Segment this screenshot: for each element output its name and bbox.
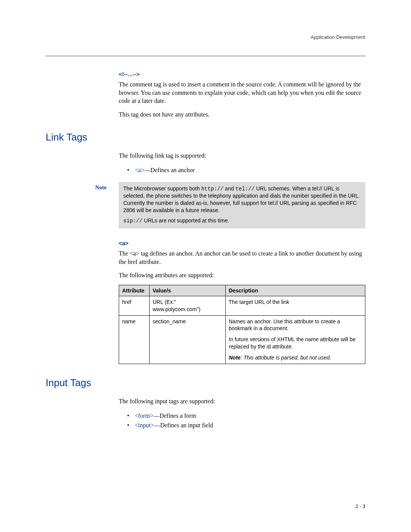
a-desc-p2: The following attributes are supported:	[119, 271, 365, 280]
header-divider	[46, 56, 365, 56]
note-p2-rest: URLs are not supported at this time.	[142, 217, 229, 224]
desc-name-text1: Names an anchor. Use this attribute to c…	[229, 318, 362, 332]
input-tags-bullet-input: <input>—Defines an input field	[127, 420, 365, 430]
note-http-scheme: http://	[201, 186, 224, 192]
desc-name-note-label: Note	[229, 355, 241, 361]
th-attribute: Attribute	[119, 285, 150, 296]
input-tag-desc: —Defines an input field	[154, 422, 213, 428]
cell-value-href: URL (Ex:" www.polycom.com")	[150, 296, 226, 315]
cell-attr-name: name	[119, 315, 150, 364]
input-tag-link[interactable]: <input>	[135, 422, 154, 428]
note-sip-scheme: sip://	[123, 218, 142, 224]
input-tags-bullet-form: <form>—Defines a form	[127, 411, 365, 421]
a-desc-p1: The <a> tag defines an anchor. An anchor…	[119, 249, 365, 266]
input-tags-intro: The following input tags are supported:	[119, 397, 365, 406]
link-tags-bullet-a: <a>—Defines an anchor	[127, 165, 365, 175]
note-block: Note The Microbrowser supports both http…	[95, 182, 365, 228]
comment-desc-p2: This tag does not have any attributes.	[119, 110, 365, 119]
note-p1-a: The Microbrowser supports both	[123, 185, 201, 192]
note-body: The Microbrowser supports both http:// a…	[119, 182, 365, 228]
comment-desc-p1: The comment tag is used to insert a comm…	[119, 80, 365, 105]
th-values: Value/s	[150, 285, 226, 296]
desc-name-text2: In future versions of XHTML the name att…	[229, 336, 362, 350]
anchor-tag-desc: —Defines an anchor	[144, 167, 194, 173]
table-row: name section_name Names an anchor. Use t…	[119, 315, 365, 364]
section-input-tags: Input Tags	[46, 377, 365, 389]
note-tel-scheme: tel://	[236, 186, 255, 192]
running-header: Application Development	[311, 34, 365, 40]
form-tag-link[interactable]: <form>	[135, 412, 153, 419]
note-p1-b: and	[223, 185, 235, 192]
subhead-comment-tag: <!--...-->	[119, 71, 365, 77]
cell-desc-name: Names an anchor. Use this attribute to c…	[226, 315, 365, 364]
table-row: href URL (Ex:" www.polycom.com") The tar…	[119, 296, 365, 315]
desc-name-note-rest: : This attribute is parsed, but not used…	[241, 355, 331, 361]
subhead-a-tag: <a>	[119, 240, 365, 246]
note-label: Note	[95, 182, 119, 228]
desc-href-text: The target URL of the link	[229, 299, 362, 306]
page-number: 2 - 3	[355, 503, 365, 509]
cell-desc-href: The target URL of the link	[226, 296, 365, 315]
anchor-tag-link[interactable]: <a>	[135, 167, 144, 173]
attribute-table: Attribute Value/s Description href URL (…	[119, 285, 365, 364]
cell-value-name: section_name	[150, 315, 226, 364]
form-tag-desc: —Defines a form	[153, 412, 196, 419]
cell-attr-href: href	[119, 296, 150, 315]
th-description: Description	[226, 285, 365, 296]
link-tags-intro: The following link tag is supported:	[119, 152, 365, 160]
section-link-tags: Link Tags	[46, 131, 365, 143]
